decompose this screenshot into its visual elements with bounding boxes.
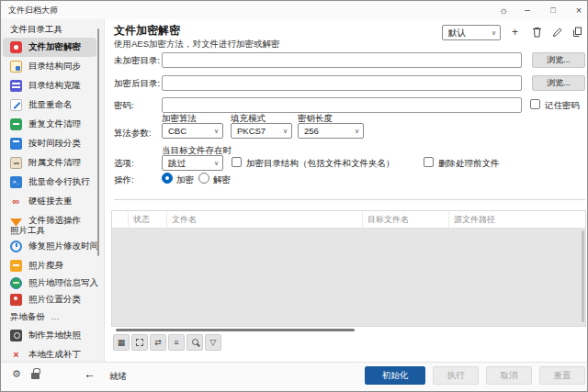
swap-arrows-icon: ⇄ [154,338,162,347]
sidebar-item-photo-slim[interactable]: 照片瘦身 [3,256,96,275]
preset-dropdown[interactable]: 默认 ∨ [442,25,501,40]
file-table: 状态 文件名 目标文件名 源文件路径 [111,210,586,327]
hardlink-icon: ∞ [10,196,22,207]
list-view-button[interactable]: ≡ [168,334,185,351]
sidebar-item-fix-photo-time[interactable]: 修复照片修改时间 [3,237,96,256]
filter-button[interactable]: ▽ [205,334,221,351]
table-horizontal-scrollbar[interactable] [116,329,355,331]
reset-button[interactable]: 重置 [539,366,585,385]
app-window: 文件归档大师 ☼ – □ × 文件目录工具 文件加密解密 目录结构同步 目录结构… [0,0,588,392]
sync-folder-icon [10,61,22,73]
section-photo-tools: 照片工具 [10,225,45,237]
sidebar-item-dir-clone[interactable]: 目录结构克隆 [3,76,96,95]
padding-mode-dropdown[interactable]: PKCS7 ∨ [231,123,292,139]
sidebar-scrollbar[interactable] [97,28,99,256]
lock-icon[interactable] [31,373,40,379]
target-dir-input[interactable] [162,75,522,91]
collapse-sidebar-button[interactable]: ← [84,367,96,381]
rename-pencil-icon [10,99,22,111]
maximize-button[interactable]: □ [541,1,565,19]
algorithm-params-label: 算法参数: [114,128,152,140]
chevron-down-icon: ∨ [214,156,219,170]
deselect-button[interactable] [131,334,148,351]
table-header-filename[interactable]: 文件名 [167,211,363,228]
source-dir-label: 未加密目录: [114,55,160,67]
chevron-down-icon: ∨ [492,26,496,39]
sidebar-item-remote-snapshot[interactable]: 制作异地快照 [3,326,96,345]
patch-icon: × [10,349,22,361]
page-subtitle: 使用AES加密方法，对文件进行加密或解密 [114,39,280,50]
sidebar-item-photo-location-classify[interactable]: 照片位置分类 [3,290,96,309]
execute-button[interactable]: 执行 [433,366,479,385]
sidebar-item-dir-sync[interactable]: 目录结构同步 [3,57,96,76]
key-length-dropdown[interactable]: 256 ∨ [298,123,364,139]
table-header-select[interactable] [112,211,129,228]
remember-password-checkbox[interactable] [530,99,540,109]
table-vertical-scrollbar[interactable] [582,230,584,322]
photo-slim-icon [10,260,22,272]
bottom-bar: ⚙ ← 就绪 初始化 执行 取消 重置 [1,362,587,392]
divider [114,199,585,200]
sidebar: 文件目录工具 文件加密解密 目录结构同步 目录结构克隆 批量重命名 重复文件清理… [1,19,105,362]
encrypt-structure-label: 加密目录结构（包括文件和文件夹名） [246,158,395,170]
status-text: 就绪 [109,371,127,383]
chevron-down-icon: ∨ [214,124,219,138]
options-label: 选项: [114,158,134,170]
minimize-button[interactable]: – [515,1,539,19]
delete-source-checkbox[interactable] [424,157,434,167]
chevron-down-icon: ∨ [283,124,288,138]
time-classify-icon [10,138,22,150]
clock-icon [10,241,22,252]
list-icon: ≡ [174,338,178,347]
target-exists-dropdown[interactable]: 跳过 ∨ [162,155,223,171]
grid-icon: ▦ [118,338,126,347]
password-input[interactable] [162,97,522,113]
source-dir-input[interactable] [162,52,522,68]
table-header-status[interactable]: 状态 [129,211,167,228]
sidebar-item-batch-rename[interactable]: 批量重命名 [3,95,96,115]
close-button[interactable]: × [567,1,588,19]
delete-source-label: 删除处理前文件 [438,158,500,170]
command-line-icon: >_ [10,176,22,188]
source-browse-button[interactable]: 浏览... [532,52,585,68]
sidebar-item-attach-clean[interactable]: 附属文件清理 [3,153,96,173]
window-title: 文件归档大师 [8,5,58,17]
sidebar-item-time-classify[interactable]: 按时间段分类 [3,134,96,153]
copy-preset-button[interactable] [570,25,585,40]
titlebar: 文件归档大师 ☼ – □ × [1,1,587,19]
more-icon[interactable]: … [51,311,61,321]
target-dir-label: 加密后目录: [114,78,160,90]
section-file-directory-tools: 文件目录工具 [10,24,62,36]
section-remote-backup: 异地备份… [10,311,61,323]
page-title: 文件加密解密 [114,23,180,39]
sidebar-item-file-encrypt[interactable]: 文件加密解密 [3,38,96,57]
theme-toggle-icon[interactable]: ☼ [492,1,515,19]
search-button[interactable] [187,334,203,351]
table-header-target-filename[interactable]: 目标文件名 [363,211,449,228]
cancel-button[interactable]: 取消 [486,366,532,385]
encrypt-structure-checkbox[interactable] [232,157,242,167]
encrypt-radio[interactable] [162,173,173,184]
delete-preset-button[interactable] [529,25,545,40]
select-all-button[interactable]: ▦ [113,334,130,351]
initialize-button[interactable]: 初始化 [365,366,425,385]
decrypt-radio[interactable] [198,173,209,184]
operation-label: 操作: [114,174,134,186]
target-browse-button[interactable]: 浏览... [532,75,585,91]
add-preset-button[interactable]: + [507,25,523,40]
sidebar-item-duplicate-clean[interactable]: 重复文件清理 [3,115,96,134]
cipher-mode-dropdown[interactable]: CBC ∨ [162,123,223,139]
camera-icon [10,330,22,342]
deselect-icon [136,339,143,346]
table-header-row: 状态 文件名 目标文件名 源文件路径 [112,211,585,229]
edit-preset-button[interactable] [549,25,565,40]
clone-grid-icon [10,80,22,92]
table-header-source-path[interactable]: 源文件路径 [449,211,585,228]
sidebar-item-batch-cmd[interactable]: >_ 批量命令行执行 [3,173,96,192]
sidebar-item-hardlink-dedupe[interactable]: ∞ 硬链接去重 [3,192,96,211]
decrypt-radio-label: 解密 [213,174,231,186]
password-label: 密码: [114,100,134,112]
settings-gear-icon[interactable]: ⚙ [12,368,21,380]
invert-selection-button[interactable]: ⇄ [150,334,166,351]
attach-file-icon [10,157,22,169]
